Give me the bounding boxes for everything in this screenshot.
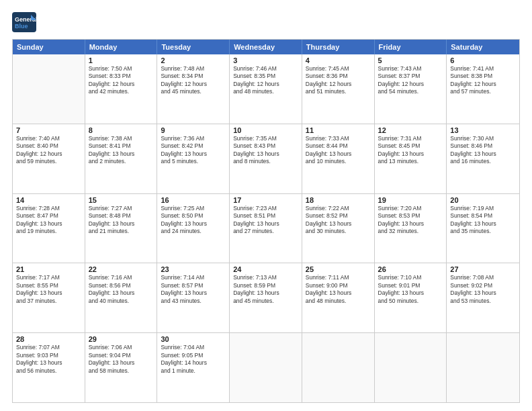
- calendar-cell: 6Sunrise: 7:41 AMSunset: 8:38 PMDaylight…: [447, 54, 519, 124]
- cell-info-line: Sunrise: 7:14 AM: [161, 274, 226, 281]
- calendar-week-row: 21Sunrise: 7:17 AMSunset: 8:55 PMDayligh…: [13, 263, 519, 333]
- cell-info-line: Daylight: 13 hours: [233, 150, 298, 158]
- cell-info-line: Sunrise: 7:11 AM: [306, 274, 371, 281]
- day-number: 3: [233, 56, 298, 64]
- calendar-cell: 12Sunrise: 7:31 AMSunset: 8:45 PMDayligh…: [375, 124, 447, 193]
- header: General Blue: [12, 12, 520, 32]
- calendar-cell: 10Sunrise: 7:35 AMSunset: 8:43 PMDayligh…: [230, 124, 302, 193]
- day-number: 22: [89, 265, 154, 273]
- cell-info-line: and 48 minutes.: [233, 88, 298, 95]
- calendar-cell: 13Sunrise: 7:30 AMSunset: 8:46 PMDayligh…: [447, 124, 519, 193]
- day-number: 27: [450, 265, 516, 273]
- day-number: 19: [378, 196, 443, 204]
- logo-icon: General Blue: [12, 12, 36, 32]
- cell-info-line: Daylight: 12 hours: [89, 81, 154, 88]
- cell-info-line: and 21 minutes.: [89, 228, 154, 235]
- weekday-header: Sunday: [13, 40, 85, 54]
- cell-info-line: Sunrise: 7:31 AM: [378, 135, 443, 142]
- day-number: 13: [450, 126, 516, 134]
- cell-info-line: Sunset: 8:56 PM: [89, 282, 154, 289]
- cell-info-line: and 13 minutes.: [378, 158, 443, 165]
- day-number: 23: [161, 265, 226, 273]
- cell-info-line: Sunrise: 7:45 AM: [306, 65, 371, 73]
- cell-info-line: Daylight: 13 hours: [16, 289, 81, 297]
- cell-info-line: Daylight: 13 hours: [233, 289, 298, 297]
- calendar-cell: 21Sunrise: 7:17 AMSunset: 8:55 PMDayligh…: [13, 263, 85, 332]
- cell-info-line: Daylight: 13 hours: [306, 220, 371, 228]
- day-number: 30: [161, 335, 226, 343]
- calendar-body: 1Sunrise: 7:50 AMSunset: 8:33 PMDaylight…: [13, 54, 519, 402]
- day-number: 9: [161, 126, 226, 134]
- cell-info-line: and 30 minutes.: [306, 228, 371, 235]
- calendar-cell: 18Sunrise: 7:22 AMSunset: 8:52 PMDayligh…: [302, 194, 375, 263]
- day-number: 11: [306, 126, 371, 134]
- cell-info-line: Daylight: 13 hours: [450, 220, 516, 228]
- cell-info-line: Daylight: 12 hours: [16, 150, 81, 158]
- cell-info-line: and 48 minutes.: [306, 298, 371, 305]
- cell-info-line: Daylight: 13 hours: [450, 289, 516, 297]
- day-number: 8: [89, 126, 154, 134]
- cell-info-line: Sunset: 8:33 PM: [89, 73, 154, 80]
- cell-info-line: Sunrise: 7:13 AM: [233, 274, 298, 281]
- cell-info-line: Sunset: 8:37 PM: [378, 73, 443, 80]
- cell-info-line: Sunrise: 7:28 AM: [16, 205, 81, 212]
- calendar-week-row: 14Sunrise: 7:28 AMSunset: 8:47 PMDayligh…: [13, 194, 519, 264]
- cell-info-line: and 8 minutes.: [233, 158, 298, 165]
- cell-info-line: Daylight: 13 hours: [161, 150, 226, 158]
- cell-info-line: Sunset: 8:42 PM: [161, 142, 226, 150]
- cell-info-line: Sunrise: 7:27 AM: [89, 205, 154, 212]
- cell-info-line: and 42 minutes.: [89, 88, 154, 95]
- cell-info-line: Sunrise: 7:23 AM: [233, 205, 298, 212]
- day-number: 14: [16, 196, 81, 204]
- cell-info-line: Sunset: 8:47 PM: [16, 212, 81, 220]
- cell-info-line: Daylight: 12 hours: [306, 81, 371, 88]
- cell-info-line: Sunset: 8:35 PM: [233, 73, 298, 80]
- calendar-cell: 20Sunrise: 7:19 AMSunset: 8:54 PMDayligh…: [447, 194, 519, 263]
- cell-info-line: Daylight: 12 hours: [233, 81, 298, 88]
- cell-info-line: Daylight: 13 hours: [16, 220, 81, 228]
- day-number: 7: [16, 126, 81, 134]
- cell-info-line: Sunrise: 7:06 AM: [89, 344, 154, 351]
- cell-info-line: Sunset: 8:59 PM: [233, 282, 298, 289]
- day-number: 24: [233, 265, 298, 273]
- calendar-cell: 17Sunrise: 7:23 AMSunset: 8:51 PMDayligh…: [230, 194, 302, 263]
- cell-info-line: Sunset: 8:43 PM: [233, 142, 298, 150]
- day-number: 20: [450, 196, 516, 204]
- calendar-cell: 26Sunrise: 7:10 AMSunset: 9:01 PMDayligh…: [375, 263, 447, 332]
- cell-info-line: Sunrise: 7:17 AM: [16, 274, 81, 281]
- calendar-cell: 30Sunrise: 7:04 AMSunset: 9:05 PMDayligh…: [157, 333, 230, 402]
- cell-info-line: and 16 minutes.: [450, 158, 516, 165]
- cell-info-line: Sunset: 8:41 PM: [89, 142, 154, 150]
- weekday-header: Friday: [375, 40, 447, 54]
- svg-text:Blue: Blue: [15, 23, 28, 30]
- cell-info-line: Daylight: 13 hours: [89, 220, 154, 228]
- weekday-header: Monday: [85, 40, 158, 54]
- cell-info-line: Sunset: 8:48 PM: [89, 212, 154, 220]
- cell-info-line: Daylight: 13 hours: [378, 220, 443, 228]
- cell-info-line: and 56 minutes.: [16, 367, 81, 375]
- cell-info-line: Sunset: 8:46 PM: [450, 142, 516, 150]
- cell-info-line: Sunset: 8:52 PM: [306, 212, 371, 220]
- day-number: 15: [89, 196, 154, 204]
- day-number: 5: [378, 56, 443, 64]
- cell-info-line: Sunset: 9:04 PM: [89, 352, 154, 359]
- cell-info-line: Sunrise: 7:30 AM: [450, 135, 516, 142]
- cell-info-line: Sunset: 9:01 PM: [378, 282, 443, 289]
- cell-info-line: and 40 minutes.: [89, 298, 154, 305]
- cell-info-line: Sunset: 8:55 PM: [16, 282, 81, 289]
- calendar-cell: 8Sunrise: 7:38 AMSunset: 8:41 PMDaylight…: [85, 124, 158, 193]
- day-number: 29: [89, 335, 154, 343]
- cell-info-line: and 45 minutes.: [233, 298, 298, 305]
- cell-info-line: Sunrise: 7:38 AM: [89, 135, 154, 142]
- day-number: 26: [378, 265, 443, 273]
- cell-info-line: and 32 minutes.: [378, 228, 443, 235]
- calendar-cell: 25Sunrise: 7:11 AMSunset: 9:00 PMDayligh…: [302, 263, 375, 332]
- calendar-cell: 29Sunrise: 7:06 AMSunset: 9:04 PMDayligh…: [85, 333, 158, 402]
- cell-info-line: Daylight: 12 hours: [161, 81, 226, 88]
- cell-info-line: Sunset: 8:34 PM: [161, 73, 226, 80]
- cell-info-line: Sunrise: 7:20 AM: [378, 205, 443, 212]
- cell-info-line: Sunset: 8:50 PM: [161, 212, 226, 220]
- calendar-cell: [447, 333, 519, 402]
- cell-info-line: and 2 minutes.: [89, 158, 154, 165]
- calendar-cell: 1Sunrise: 7:50 AMSunset: 8:33 PMDaylight…: [85, 54, 158, 124]
